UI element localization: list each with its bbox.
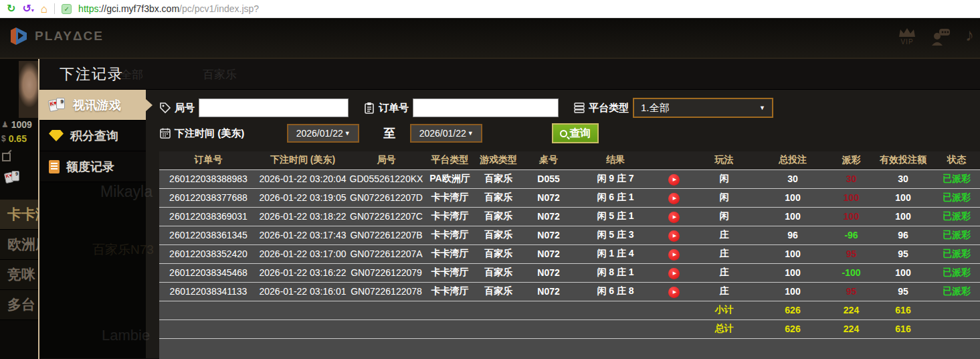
toolbar-divider [54, 3, 55, 14]
menu-item-video-games[interactable]: K♥9 视讯游戏 [39, 90, 146, 121]
replay-button[interactable]: ▶ [668, 212, 680, 223]
menu-item-quota-records[interactable]: 额度记录 [39, 151, 146, 182]
back-dropdown-caret[interactable]: ▾ [31, 7, 34, 13]
cell-order: 260122038352420 [159, 244, 258, 263]
filler-row [159, 338, 980, 359]
background-sidebar: ♟1009 $0.65 K♥9 卡卡湾厅 欧洲厅 竞咪 多台 [0, 59, 38, 359]
cell-game: 百家乐 [475, 226, 522, 244]
user-icon: ♟ [1, 120, 9, 129]
cell-platform: 卡卡湾厅 [425, 282, 475, 301]
replay-button[interactable]: ▶ [668, 193, 680, 204]
cell-order: 260122038369031 [159, 207, 258, 226]
cell-replay: ▶ [656, 207, 692, 226]
cell-game: 百家乐 [475, 244, 522, 263]
cell-order: 260122038377688 [159, 188, 258, 207]
platform-type-icon [573, 102, 585, 114]
table-row: 260122038341133 2026-01-22 03:16:01 GN07… [159, 282, 980, 301]
cell-valid-bet: 95 [873, 282, 933, 301]
sidebar-item-europe[interactable]: 欧洲厅 [0, 230, 38, 260]
cell-payout: 30 [829, 169, 873, 188]
query-button[interactable]: 查询 [552, 123, 599, 143]
vip-icon[interactable]: VIP [898, 27, 916, 46]
playace-logo[interactable]: PLAYΔCE [9, 26, 104, 46]
cell-round: GN0722612207A [348, 244, 425, 263]
reload-icon[interactable]: ↻ [7, 3, 15, 14]
search-icon [560, 130, 567, 137]
table-row: 260122038352420 2026-01-22 03:17:00 GN07… [159, 244, 980, 263]
music-icon[interactable]: ♪ [965, 25, 975, 46]
col-replay [656, 151, 692, 169]
cell-valid-bet: 95 [873, 244, 933, 263]
cell-time: 2026-01-22 03:16:22 [258, 263, 348, 282]
chevron-down-icon: ▼ [759, 104, 765, 111]
cell-valid-bet: 96 [873, 226, 933, 244]
round-number-input[interactable] [199, 98, 349, 117]
total-label: 总计 [692, 319, 756, 338]
subtotal-payout: 224 [829, 301, 873, 319]
cell-platform: 卡卡湾厅 [425, 207, 475, 226]
address-bar[interactable]: https://gci.myf7f3bx.com/pc/pcv1/index.j… [78, 3, 259, 14]
tag-icon [159, 102, 171, 114]
cell-result: 闲 6 庄 8 [575, 282, 656, 301]
col-order: 订单号 [159, 151, 258, 169]
col-play: 玩法 [692, 151, 756, 169]
cell-table-no: N072 [522, 263, 575, 282]
user-avatar[interactable] [19, 61, 38, 118]
platform-type-select[interactable]: 1.全部 ▼ [633, 98, 773, 118]
back-icon[interactable]: ↺▾ [22, 3, 33, 14]
col-payout: 派彩 [829, 151, 873, 169]
cell-payout: -100 [829, 263, 873, 282]
menu-label: 视讯游戏 [73, 97, 121, 113]
cell-result: 闲 8 庄 1 [575, 263, 656, 282]
cell-total-bet: 30 [756, 169, 829, 188]
cell-status: 已派彩 [933, 263, 980, 282]
order-number-label: 订单号 [379, 102, 409, 115]
bet-records-dialog: 下注记录 K♥9 视讯游戏 积分查询 额度记录 [38, 59, 980, 359]
cell-result: 闲 9 庄 7 [575, 169, 656, 188]
cell-replay: ▶ [656, 226, 692, 244]
security-shield-icon[interactable]: ✓ [62, 4, 72, 14]
date-to-picker[interactable]: 2026/01/22 ▼ [410, 124, 482, 143]
cell-table-no: N072 [522, 207, 575, 226]
cell-game: 百家乐 [475, 282, 522, 301]
sidebar-item-duotai[interactable]: 多台 [0, 290, 38, 320]
sidebar-item-jingmi[interactable]: 竞咪 [0, 260, 38, 290]
cell-status: 已派彩 [933, 282, 980, 301]
customer-service-icon[interactable] [930, 28, 951, 46]
home-icon[interactable]: ⌂ [41, 3, 47, 15]
chevron-down-icon: ▼ [468, 130, 474, 137]
cell-total-bet: 100 [756, 188, 829, 207]
cell-play: 庄 [692, 244, 756, 263]
cell-payout: 100 [829, 188, 873, 207]
sidebar-item-kakawan[interactable]: 卡卡湾厅 [0, 200, 38, 230]
replay-button[interactable]: ▶ [668, 249, 680, 261]
cell-game: 百家乐 [475, 263, 522, 282]
date-from-picker[interactable]: 2026/01/22 ▼ [287, 124, 359, 143]
replay-button[interactable]: ▶ [668, 230, 680, 242]
menu-item-points-query[interactable]: 积分查询 [39, 121, 146, 151]
cell-play: 庄 [692, 226, 756, 244]
replay-button[interactable]: ▶ [668, 268, 680, 279]
cell-time: 2026-01-22 03:18:22 [258, 207, 348, 226]
col-platform: 平台类型 [425, 151, 475, 169]
col-game-type: 游戏类型 [475, 151, 522, 169]
url-host: ://gci.myf7f3bx.com [98, 3, 179, 14]
replay-button[interactable]: ▶ [668, 287, 680, 298]
cell-replay: ▶ [656, 188, 692, 207]
total-valid-bet: 616 [873, 319, 933, 338]
chevron-down-icon: ▼ [345, 130, 351, 137]
dialog-content: 局号 订单号 平台类型 1.全部 ▼ [146, 90, 980, 358]
cell-status: 已派彩 [933, 207, 980, 226]
url-path: /pc/pcv1/index.jsp? [179, 3, 259, 14]
cell-time: 2026-01-22 03:16:01 [258, 282, 348, 301]
cell-platform: 卡卡湾厅 [425, 226, 475, 244]
replay-button[interactable]: ▶ [668, 174, 680, 186]
order-number-input[interactable] [413, 98, 559, 117]
table-row: 260122038361345 2026-01-22 03:17:43 GN07… [159, 226, 980, 244]
menu-label: 额度记录 [66, 159, 114, 175]
cell-round: GN0722612207C [348, 207, 425, 226]
edit-icon[interactable] [2, 153, 11, 161]
cell-table-no: N072 [522, 188, 575, 207]
cell-round: GN0722612207D [348, 188, 425, 207]
cell-play: 闲 [692, 207, 756, 226]
